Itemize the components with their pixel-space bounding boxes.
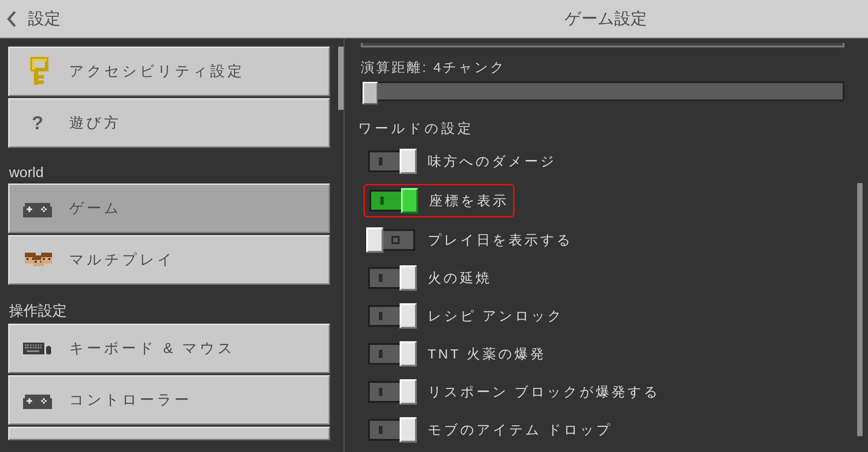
svg-rect-50	[43, 402, 45, 404]
toggle-fire-spreads[interactable]	[368, 267, 415, 289]
svg-rect-2	[38, 75, 44, 79]
slider-thumb[interactable]	[363, 82, 378, 104]
toggle-label: 座標を表示	[429, 192, 509, 210]
sidebar-item-accessibility[interactable]: アクセシビリティ設定	[8, 47, 330, 96]
svg-rect-16	[27, 258, 28, 260]
sidebar-item-controller[interactable]: コントローラー	[8, 375, 330, 425]
simulation-distance-slider[interactable]	[361, 81, 844, 101]
question-icon: ?	[23, 108, 52, 137]
toggle-row-coordinates: 座標を表示	[369, 188, 509, 213]
toggle-row-mob-loot: モブのアイテム ドロップ	[368, 417, 857, 443]
svg-rect-5	[32, 59, 35, 70]
svg-rect-36	[30, 347, 32, 348]
toggle-label: 味方へのダメージ	[428, 152, 557, 171]
svg-rect-28	[27, 344, 29, 346]
svg-rect-13	[43, 210, 45, 212]
svg-rect-3	[38, 80, 44, 84]
svg-rect-35	[27, 347, 29, 348]
breadcrumb[interactable]: 設定	[28, 8, 61, 30]
svg-rect-46	[27, 400, 32, 402]
sidebar-item-label: キーボード & マウス	[69, 339, 235, 358]
svg-rect-32	[38, 344, 39, 346]
controller-icon	[23, 386, 52, 414]
svg-rect-31	[35, 344, 37, 346]
slider-label: 演算距離: 4チャンク	[361, 58, 857, 77]
svg-rect-12	[41, 208, 43, 210]
toggle-friendly-fire[interactable]	[368, 151, 415, 172]
toggle-label: リスポーン ブロックが爆発する	[428, 383, 660, 401]
toggle-tnt-explodes[interactable]	[368, 343, 415, 365]
svg-rect-47	[43, 398, 45, 400]
svg-rect-10	[43, 207, 45, 208]
svg-rect-29	[30, 344, 32, 346]
svg-rect-33	[40, 344, 42, 346]
toggle-row-fire-spreads: 火の延焼	[368, 265, 857, 291]
titlebar: 設定 ゲーム設定	[0, 0, 868, 38]
svg-rect-30	[33, 344, 34, 346]
toggle-row-friendly-fire: 味方へのダメージ	[368, 149, 857, 174]
keyboard-mouse-icon	[23, 334, 52, 363]
svg-rect-39	[38, 347, 39, 348]
main-panel: 演算距離: 4チャンク ワールドの設定 味方へのダメージ 座標を表示 プレイ日を…	[344, 38, 868, 452]
svg-rect-42	[46, 346, 51, 354]
svg-rect-23	[41, 253, 52, 257]
sidebar-item-label: マルチプレイ	[69, 250, 175, 270]
svg-rect-44	[23, 398, 52, 409]
sidebar-item-multiplayer[interactable]: マルチプレイ	[8, 235, 330, 285]
svg-rect-48	[45, 400, 47, 402]
toggle-row-tnt: TNT 火薬の爆発	[368, 341, 857, 367]
page-title: ゲーム設定	[344, 8, 868, 30]
sidebar: アクセシビリティ設定 ? 遊び方 world ゲーム	[0, 38, 344, 452]
toggle-label: レシピ アンロック	[428, 307, 564, 325]
sidebar-item-game[interactable]: ゲーム	[8, 184, 330, 233]
svg-rect-11	[45, 208, 47, 210]
toggle-respawn-blocks-explode[interactable]	[368, 381, 415, 403]
svg-rect-25	[48, 258, 50, 260]
svg-rect-49	[41, 400, 43, 402]
back-button[interactable]	[0, 0, 24, 38]
sidebar-group-label: 操作設定	[9, 301, 344, 321]
toggle-row-recipe-unlock: レシピ アンロック	[368, 303, 857, 329]
section-title: ワールドの設定	[358, 119, 857, 138]
svg-rect-40	[40, 347, 42, 348]
svg-rect-38	[35, 347, 37, 348]
sidebar-item-keyboard[interactable]: キーボード & マウス	[8, 324, 330, 373]
main-scrollbar[interactable]	[857, 183, 863, 436]
svg-rect-7	[23, 207, 52, 217]
toggle-mob-loot[interactable]	[368, 419, 415, 441]
chevron-left-icon	[7, 11, 17, 27]
svg-rect-27	[25, 344, 27, 346]
svg-rect-9	[27, 208, 32, 210]
toggle-label: モブのアイテム ドロップ	[428, 421, 613, 439]
sidebar-item-next[interactable]	[8, 427, 330, 440]
svg-rect-41	[27, 350, 39, 352]
toggle-show-days-played[interactable]	[368, 229, 415, 251]
sidebar-item-label: ゲーム	[69, 198, 122, 218]
toggle-label: 火の延焼	[428, 269, 491, 287]
toggle-show-coordinates[interactable]	[369, 190, 416, 212]
sidebar-item-howto[interactable]: ? 遊び方	[8, 98, 330, 148]
sidebar-item-label: アクセシビリティ設定	[69, 61, 245, 81]
svg-rect-20	[35, 261, 37, 263]
toggle-row-days-played: プレイ日を表示する	[368, 227, 857, 253]
players-icon	[23, 245, 52, 274]
previous-setting-slider[interactable]	[361, 43, 844, 47]
toggle-recipe-unlock[interactable]	[368, 305, 415, 327]
svg-rect-37	[33, 347, 34, 348]
sidebar-item-label: コントローラー	[69, 390, 192, 410]
toggle-label: プレイ日を表示する	[428, 231, 573, 250]
svg-rect-24	[43, 258, 45, 260]
sidebar-scrollbar[interactable]	[338, 47, 344, 110]
controller-icon	[23, 194, 52, 223]
svg-rect-1	[34, 70, 38, 85]
key-icon	[23, 57, 52, 86]
svg-rect-34	[25, 347, 27, 348]
toggle-row-respawn-blocks: リスポーン ブロックが爆発する	[368, 379, 857, 405]
toggle-label: TNT 火薬の爆発	[428, 345, 546, 363]
sidebar-item-label: 遊び方	[69, 113, 121, 133]
highlight-coordinates: 座標を表示	[363, 184, 514, 217]
sidebar-group-label: world	[9, 164, 344, 181]
